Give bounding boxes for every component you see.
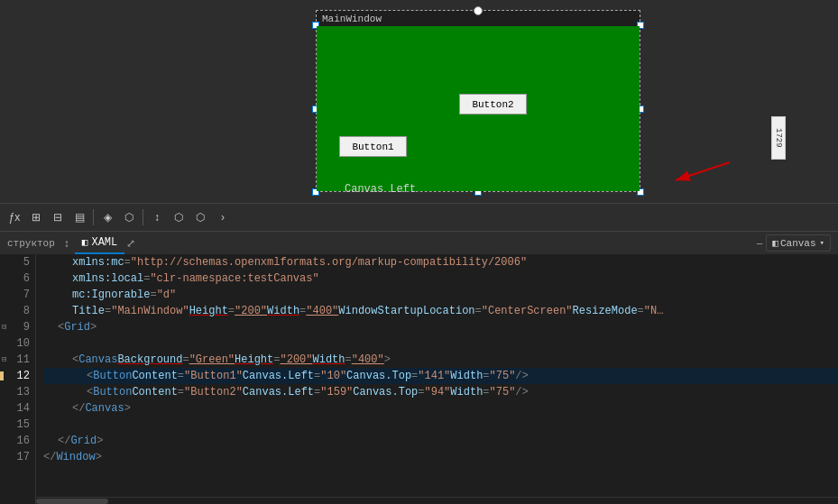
breadcrumb-icon: ◧: [772, 237, 778, 249]
toolbar-table-button[interactable]: ⊟: [48, 207, 68, 227]
line-num-17: 17: [0, 449, 35, 465]
scrollbar-thumb: [36, 499, 108, 504]
toolbar-btn-8[interactable]: ⬡: [169, 207, 189, 227]
breadcrumb-area: — ◧ Canvas ▾: [757, 234, 838, 252]
collapse-icon-11[interactable]: ⊟: [2, 352, 6, 368]
line-num-8: 8: [0, 303, 35, 319]
code-editor: 5 6 7 8 9 ⊟ 10 11 ⊟ 12 13 14 15 16 17 xm…: [0, 254, 838, 504]
line-num-15: 15: [0, 417, 35, 433]
toolbar-separator-1: [93, 209, 94, 225]
toolbar-fx-button[interactable]: ƒx: [5, 207, 24, 227]
toolbar-btn-6[interactable]: ⬡: [119, 207, 139, 227]
line-num-9: 9 ⊟: [0, 319, 35, 335]
code-line-9: <Grid>: [43, 319, 838, 335]
toolbar-btn-10[interactable]: ›: [213, 207, 233, 227]
preview-button1: Button1: [339, 136, 407, 157]
code-line-13: <Button Content="Button2" Canvas.Left="1…: [43, 384, 838, 400]
collapse-icon-9[interactable]: ⊟: [2, 319, 6, 335]
toolbar-separator-2: [143, 209, 143, 225]
resize-handle-top-center[interactable]: [474, 6, 483, 15]
code-content-area[interactable]: xmlns:mc="http://schemas.openxmlformats.…: [36, 254, 838, 504]
code-line-15: [43, 417, 838, 433]
code-line-7: mc:Ignorable="d": [43, 287, 838, 303]
line-num-7: 7: [0, 287, 35, 303]
sort-button[interactable]: ↕: [64, 237, 69, 250]
code-line-6: xmlns:local="clr-namespace:testCanvas": [43, 270, 838, 287]
code-line-16: </Grid>: [43, 433, 838, 449]
tab-xaml[interactable]: ◧ XAML: [75, 232, 124, 254]
preview-button2: Button2: [459, 94, 527, 115]
code-line-10: [43, 335, 838, 352]
toolbar-btn-9[interactable]: ⬡: [190, 207, 210, 227]
toolbar-grid-button[interactable]: ⊞: [26, 207, 46, 227]
line-indicator-12: [0, 371, 4, 380]
tab-bar: структор ↕ ◧ XAML ⤢ — ◧ Canvas ▾: [0, 232, 838, 254]
code-line-14: </Canvas>: [43, 400, 838, 417]
line-num-12: 12: [0, 368, 35, 384]
svg-line-1: [676, 162, 730, 180]
canvas-left-label: Canvas Left: [345, 183, 416, 196]
line-num-16: 16: [0, 433, 35, 449]
breadcrumb-canvas-label: Canvas: [780, 238, 816, 249]
mainwindow-titlebar: MainWindow: [316, 10, 640, 26]
line-num-10: 10: [0, 335, 35, 352]
code-line-12: <Button Content="Button1" Canvas.Left="1…: [43, 368, 838, 384]
line-num-14: 14: [0, 400, 35, 417]
xaml-tab-label: XAML: [91, 236, 117, 249]
breadcrumb-chevron: ▾: [820, 238, 824, 248]
mainwindow-preview: MainWindow Button1 Button2 1729: [316, 25, 640, 192]
tab-expand-button[interactable]: ⤢: [126, 237, 135, 250]
line-numbers-gutter: 5 6 7 8 9 ⊟ 10 11 ⊟ 12 13 14 15 16 17: [0, 254, 36, 504]
code-line-17: </Window>: [43, 449, 838, 465]
code-line-8: Title="MainWindow" Height="200" Width="4…: [43, 303, 838, 319]
horizontal-scrollbar[interactable]: [36, 497, 838, 504]
code-line-5: xmlns:mc="http://schemas.openxmlformats.…: [43, 254, 838, 270]
toolbar-move-button[interactable]: ↕: [147, 207, 167, 227]
left-panel-label: структор: [7, 238, 55, 249]
dimension-label-vertical: 1729: [771, 116, 786, 160]
design-canvas: MainWindow Button1 Button2 1729: [0, 0, 838, 203]
breadcrumb-canvas-dropdown[interactable]: ◧ Canvas ▾: [766, 234, 831, 252]
green-canvas-preview: Button1 Button2: [317, 26, 640, 191]
xaml-tab-icon: ◧: [82, 236, 88, 248]
breadcrumb-separator: —: [757, 238, 763, 249]
line-num-6: 6: [0, 270, 35, 287]
toolbar: ƒx ⊞ ⊟ ▤ ◈ ⬡ ↕ ⬡ ⬡ ›: [0, 203, 838, 232]
toolbar-list-button[interactable]: ▤: [69, 207, 89, 227]
mainwindow-title-text: MainWindow: [322, 14, 382, 24]
code-line-11: <Canvas Background="Green" Height="200" …: [43, 352, 838, 368]
toolbar-btn-5[interactable]: ◈: [97, 207, 117, 227]
line-num-11: 11 ⊟: [0, 352, 35, 368]
line-num-5: 5: [0, 254, 35, 270]
red-arrow-indicator: [658, 153, 739, 189]
line-num-13: 13: [0, 384, 35, 400]
